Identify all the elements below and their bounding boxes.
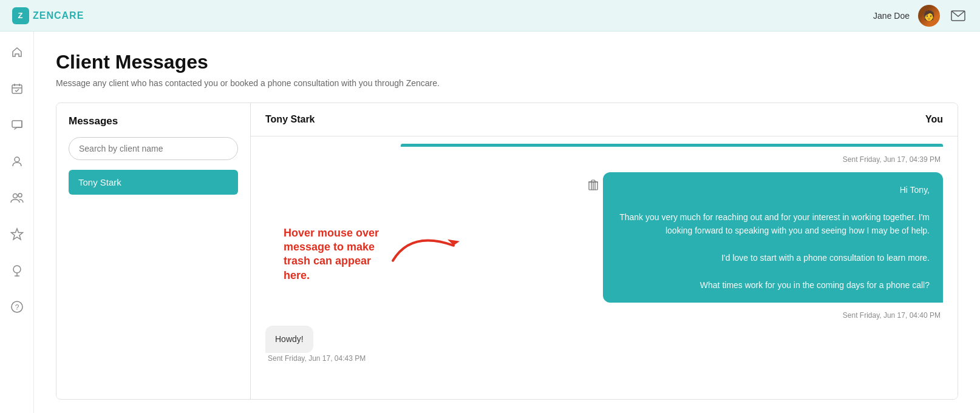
svg-text:?: ? (15, 303, 19, 312)
chat-messages: Sent Friday, Jun 17, 04:39 PM Hover mous… (251, 136, 958, 399)
brand-icon: Z (12, 7, 29, 24)
navbar: Z ZENCARE Jane Doe 🧑 (0, 0, 980, 32)
svg-point-7 (13, 194, 17, 198)
sidebar-item-profile[interactable] (6, 150, 28, 172)
received-timestamp: Sent Friday, Jun 17, 04:43 PM (265, 354, 943, 363)
chat-header: Tony Stark You (251, 103, 958, 136)
trash-icon[interactable] (588, 180, 598, 193)
messages-list-title: Messages (69, 115, 238, 127)
sent-message-container: Hover mouse over message to make trash c… (265, 172, 943, 303)
layout: ? Client Messages Message any client who… (0, 32, 980, 413)
chat-area: Tony Stark You Sent Friday, Jun 17, 04:3… (251, 103, 958, 399)
sidebar-item-clients[interactable] (6, 187, 28, 209)
navbar-right: Jane Doe 🧑 (873, 5, 968, 27)
svg-point-8 (18, 193, 22, 197)
mail-icon[interactable] (948, 6, 968, 25)
chat-contact-name: Tony Stark (265, 114, 315, 125)
search-input[interactable] (69, 137, 238, 160)
sidebar: ? (0, 32, 34, 413)
page-subtitle: Message any client who has contacted you… (56, 78, 958, 88)
svg-point-6 (15, 157, 19, 162)
chat-you-label: You (925, 114, 943, 125)
svg-marker-9 (11, 229, 22, 240)
sent-timestamp-before: Sent Friday, Jun 17, 04:39 PM (265, 155, 943, 164)
svg-rect-1 (12, 85, 22, 93)
sent-bubble: Hi Tony, Thank you very much for reachin… (603, 172, 943, 303)
sidebar-item-messages[interactable] (6, 114, 28, 136)
messages-list: Messages Tony Stark (56, 103, 251, 399)
user-name: Jane Doe (873, 11, 910, 21)
messages-panel: Messages Tony Stark Tony Stark You (56, 102, 958, 400)
sidebar-item-star[interactable] (6, 223, 28, 245)
teal-bar (401, 144, 943, 147)
svg-rect-5 (12, 121, 22, 127)
received-message-wrap: Howdy! Sent Friday, Jun 17, 04:43 PM (265, 326, 943, 363)
sidebar-item-resources[interactable] (6, 260, 28, 281)
sent-timestamp-after: Sent Friday, Jun 17, 04:40 PM (265, 311, 943, 320)
main-content: Client Messages Message any client who h… (34, 32, 980, 413)
page-title: Client Messages (56, 51, 958, 73)
received-bubble: Howdy! (265, 326, 313, 353)
sidebar-item-help[interactable]: ? (6, 296, 28, 318)
sidebar-item-home[interactable] (6, 41, 28, 63)
contact-tony-stark[interactable]: Tony Stark (69, 170, 238, 195)
sent-message-wrap: Hi Tony, Thank you very much for reachin… (265, 172, 943, 303)
svg-point-10 (13, 266, 21, 273)
brand: Z ZENCARE (12, 7, 84, 24)
brand-name: ZENCARE (33, 10, 84, 21)
sidebar-item-calendar[interactable] (6, 78, 28, 99)
user-avatar[interactable]: 🧑 (918, 5, 940, 27)
